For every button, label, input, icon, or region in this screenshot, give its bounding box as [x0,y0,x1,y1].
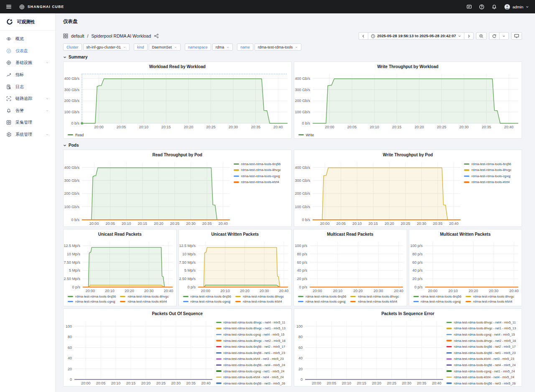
legend-item[interactable]: rdma-test-rdma-tools-6rq56 - net2 - mlx5… [216,344,291,350]
legend-item[interactable]: rdma-test-rdma-tools-8hvgc - net1 - mlx5… [216,326,291,332]
legend-item[interactable]: rdma-test-rdma-tools-6rq56 - net4 - mlx5… [216,362,291,368]
legend-item[interactable]: rdma-test-rdma-tools-8hvgc - net2 - mlx5… [216,338,291,344]
legend-item[interactable]: rdma-test-rdma-tools-6rq56 [234,161,291,167]
legend-item[interactable]: rdma-test-rdma-tools-6rq56 - net3 - mlx5… [216,380,291,386]
sidebar-item-infrastructure[interactable]: 基础设施 [0,57,55,69]
panel-title[interactable]: Unicast Read Packets [64,229,176,237]
share-icon[interactable] [154,33,159,38]
legend-item[interactable]: Read [68,131,84,138]
panel-title[interactable]: Multicast Read Packets [294,229,407,237]
legend-item[interactable]: rdma-test-rdma-tools-8hvgc [234,167,291,173]
variable-value-dropdown[interactable]: sh-inf-gpu-cluster-01 [83,43,130,51]
panel-title[interactable]: Packets Out Of Sequence [64,309,291,316]
refresh-button[interactable] [489,32,499,40]
legend-item[interactable]: rdma-test-rdma-tools-cgxqj [68,300,116,303]
legend-item[interactable]: Write [298,131,314,138]
variable-value-dropdown[interactable]: rdma [212,43,233,51]
legend-item[interactable]: rdma-test-rdma-tools-8hvgc - net4 - mlx5… [446,319,522,326]
sidebar-item-eye[interactable]: 概览 [0,33,55,45]
time-back-button[interactable] [359,32,368,40]
legend-item[interactable]: rdma-test-rdma-tools-6rq56 [183,295,231,298]
legend-item[interactable]: rdma-test-rdma-tools-6rq56 - net3 - mlx5… [446,380,522,386]
legend-item[interactable]: rdma-test-rdma-tools-8hvgc [464,167,522,173]
legend-item[interactable]: rdma-test-rdma-tools-kfzt4 [120,300,168,303]
sidebar-item-collection[interactable]: 采集管理 [0,117,55,129]
sidebar-item-logs[interactable]: 日志 [0,81,55,93]
section-pods[interactable]: Pods [63,143,522,148]
legend-item[interactable]: rdma-test-rdma-tools-6rq56 [298,295,346,298]
chart-area[interactable]: 20:0020:1020:2020:3020:400 p/s20 p/s40 p… [294,237,407,294]
panel-title[interactable]: Read Throughput by Pod [64,150,291,157]
time-forward-button[interactable] [464,32,474,40]
chart-area[interactable]: 20:0020:0520:1020:1520:2020:2520:3020:35… [64,316,216,386]
chart-area[interactable]: 20:0020:0520:1020:1520:2020:2520:3020:35… [294,316,447,386]
legend-item[interactable]: rdma-test-rdma-tools-cgxqj - net4 - mlx5… [446,331,522,338]
section-summary[interactable]: Summary [63,55,522,59]
legend-item[interactable]: rdma-test-rdma-tools-8hvgc [350,295,399,298]
sidebar-item-tracing[interactable]: 链路追踪 [0,93,55,105]
legend-item[interactable]: rdma-test-rdma-tools-6rq56 [68,295,116,298]
hamburger-menu-icon[interactable] [6,4,12,10]
user-menu[interactable]: admin [504,4,529,10]
panel-title[interactable]: Packets In Sequence Error [294,309,522,316]
legend-item[interactable]: rdma-test-rdma-tools-cgxqj [464,173,522,179]
message-icon[interactable] [466,4,472,10]
sidebar-item-dashboard[interactable]: 仪表盘 [0,45,55,57]
kiosk-mode-button[interactable] [511,32,522,40]
legend-item[interactable]: rdma-test-rdma-tools-kfzt4 - net3 - mlx5… [216,356,291,362]
legend-item[interactable]: rdma-test-rdma-tools-cgxqj - net4 - mlx5… [216,331,291,338]
zoom-out-button[interactable] [476,32,487,40]
legend-item[interactable]: rdma-test-rdma-tools-cgxqj [183,300,231,303]
legend-item[interactable]: rdma-test-rdma-tools-8hvgc - net2 - mlx5… [446,338,522,344]
sidebar-item-system[interactable]: 系统管理 [0,129,55,141]
refresh-interval-button[interactable] [499,32,509,40]
sidebar-item-metrics[interactable]: 指标 [0,69,55,81]
legend-item[interactable]: rdma-test-rdma-tools-cgxqj [234,173,291,179]
legend-item[interactable]: rdma-test-rdma-tools-6rq56 - net1 - mlx5… [216,350,291,356]
legend-item[interactable]: rdma-test-rdma-tools-6rq56 - net4 - mlx5… [446,362,522,368]
sidebar-item-alert[interactable]: 告警 [0,105,55,117]
legend-item[interactable]: rdma-test-rdma-tools-kfzt4 [466,300,514,303]
legend-item[interactable]: rdma-test-rdma-tools-8hvgc [235,295,284,298]
legend-item[interactable]: rdma-test-rdma-tools-cgxqj [413,300,461,303]
chart-area[interactable]: 20:0020:0520:1020:1520:2020:2520:3020:35… [64,69,291,130]
panel-title[interactable]: Write Throughput by Workload [294,62,522,69]
variable-value-dropdown[interactable]: DaemonSet [149,43,181,51]
panel-title[interactable]: Write Throughput by Pod [294,150,522,157]
legend-item[interactable]: rdma-test-rdma-tools-kfzt4 [464,179,522,186]
legend-item[interactable]: rdma-test-rdma-tools-6rq56 - net2 - mlx5… [446,344,522,350]
chart-area[interactable]: 20:0020:0520:1020:1520:2020:2520:3020:35… [64,157,234,227]
legend-item[interactable]: rdma-test-rdma-tools-6rq56 [464,161,522,167]
legend-item[interactable]: rdma-test-rdma-tools-cgxqj - net1 - mlx5… [216,368,291,374]
panel-title[interactable]: Unicast Written Packets [179,229,292,237]
legend-item[interactable]: rdma-test-rdma-tools-8hvgc [466,295,514,298]
chart-area[interactable]: 20:0020:0520:1020:1520:2020:2520:3020:35… [294,157,464,227]
legend-item[interactable]: rdma-test-rdma-tools-cgxqj - net1 - mlx5… [446,368,522,374]
legend-item[interactable]: rdma-test-rdma-tools-8hvgc [120,295,168,298]
panel-title[interactable]: Multicast Written Packets [409,229,522,237]
variable-value-dropdown[interactable]: rdma-test-rdma-tools [255,43,302,51]
legend-item[interactable]: rdma-test-rdma-tools-kfzt4 [350,300,399,303]
chart-area[interactable]: 20:0020:1020:2020:3020:400 p/s2.50 Mp/s5… [179,237,292,294]
legend-item[interactable]: rdma-test-rdma-tools-kfzt4 [234,179,291,186]
panel-title[interactable]: Workload Read by Workload [64,62,291,69]
chart-area[interactable]: 20:0020:1020:2020:3020:400 p/s2.50 Mp/s5… [64,237,176,294]
svg-text:60 p/s: 60 p/s [412,260,423,265]
breadcrumb-dashboard[interactable]: Spiderpool RDMA AI Workload [91,33,151,38]
notification-bell-icon[interactable] [492,4,497,10]
breadcrumb-folder[interactable]: default [71,33,84,38]
legend-item[interactable]: rdma-test-rdma-tools-kfzt4 - net4 - mlx5… [216,374,291,380]
chart-area[interactable]: 20:0020:1020:2020:3020:400 p/s20 p/s40 p… [409,237,522,294]
legend-item[interactable]: rdma-test-rdma-tools-6rq56 - net1 - mlx5… [446,350,522,356]
legend-item[interactable]: rdma-test-rdma-tools-8hvgc - net1 - mlx5… [446,326,522,332]
brand-logo[interactable]: SHANGHAI CUBE [19,4,64,10]
legend-item[interactable]: rdma-test-rdma-tools-kfzt4 - net3 - mlx5… [446,356,522,362]
legend-item[interactable]: rdma-test-rdma-tools-cgxqj [298,300,346,303]
legend-item[interactable]: rdma-test-rdma-tools-8hvgc - net4 - mlx5… [216,319,291,326]
help-icon[interactable] [479,4,484,10]
legend-item[interactable]: rdma-test-rdma-tools-6rq56 [413,295,461,298]
legend-item[interactable]: rdma-test-rdma-tools-kfzt4 [235,300,284,303]
time-range-picker[interactable]: 2025-05-28 19:56:13 to 2025-05-28 20:42:… [368,32,464,40]
chart-area[interactable]: 20:0020:0520:1020:1520:2020:2520:3020:35… [294,69,522,130]
legend-item[interactable]: rdma-test-rdma-tools-kfzt4 - net4 - mlx5… [446,374,522,380]
